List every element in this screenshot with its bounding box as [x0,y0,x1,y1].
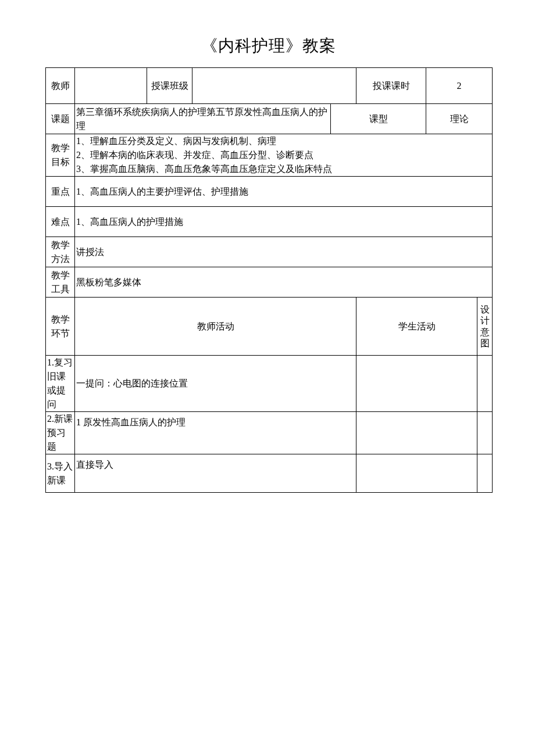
value-keypoints: 1、高血压病人的主要护理评估、护理措施 [75,177,493,207]
label-methods: 教学方法 [46,237,75,267]
value-teacher [75,68,147,104]
segment-label: 3.导入新课 [46,454,75,493]
segment-design [477,454,493,493]
label-topic: 课题 [46,104,75,134]
label-class: 授课班级 [147,68,192,104]
value-tools: 黑板粉笔多媒体 [75,267,493,298]
value-difficulties: 1、高血压病人的护理措施 [75,207,493,237]
segment-teacher: 直接导入 [75,454,356,493]
label-segment: 教学环节 [46,298,75,356]
value-class [192,68,356,104]
segment-student [356,356,477,412]
value-lesson-type: 理论 [426,104,493,134]
segment-label: 2.新课预习题 [46,412,75,454]
label-design-intent: 设计意图 [477,298,493,356]
label-objectives: 教学目标 [46,134,75,177]
value-topic: 第三章循环系统疾病病人的护理第五节原发性高血压病人的护理 [75,104,331,134]
segment-teacher: 1 原发性高血压病人的护理 [75,412,356,454]
value-objectives: 1、理解血压分类及定义、病因与发病机制、病理 2、理解本病的临床表现、并发症、高… [75,134,493,177]
label-teacher: 教师 [46,68,75,104]
label-tools: 教学工具 [46,267,75,298]
value-hours: 2 [426,68,493,104]
segment-teacher: 一提问：心电图的连接位置 [75,356,356,412]
label-student-activity: 学生活动 [356,298,477,356]
label-keypoints: 重点 [46,177,75,207]
page-title: 《内科护理》教案 [45,35,492,57]
label-difficulties: 难点 [46,207,75,237]
segment-design [477,412,493,454]
label-hours: 投课课时 [356,68,426,104]
label-teacher-activity: 教师活动 [75,298,356,356]
label-lesson-type: 课型 [331,104,426,134]
lesson-plan-table: 教师 授课班级 投课课时 2 课题 第三章循环系统疾病病人的护理第五节原发性高血… [45,67,493,493]
segment-label: 1.复习旧课或提问 [46,356,75,412]
segment-design [477,356,493,412]
segment-student [356,454,477,493]
segment-student [356,412,477,454]
value-methods: 讲授法 [75,237,493,267]
